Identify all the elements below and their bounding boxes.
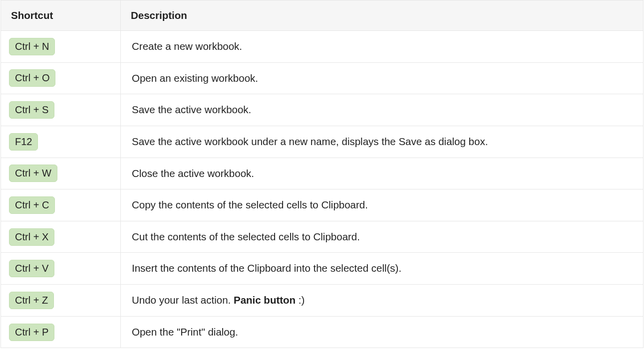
keyboard-shortcut: Ctrl + C: [9, 196, 55, 214]
cell-shortcut: Ctrl + C: [1, 189, 121, 221]
header-description: Description: [121, 0, 644, 31]
table-row: Ctrl + NCreate a new workbook.: [1, 31, 644, 63]
description-text: Save the active workbook under a new nam…: [132, 136, 488, 147]
cell-description: Open the "Print" dialog.: [121, 316, 644, 348]
keyboard-shortcut: Ctrl + O: [9, 69, 55, 87]
description-text: Open the "Print" dialog.: [132, 326, 238, 338]
description-text: Save the active workbook.: [132, 104, 251, 115]
table-row: F12Save the active workbook under a new …: [1, 126, 644, 158]
cell-description: Save the active workbook under a new nam…: [121, 126, 644, 158]
keyboard-shortcut: F12: [9, 133, 38, 151]
table-row: Ctrl + POpen the "Print" dialog.: [1, 316, 644, 348]
cell-description: Cut the contents of the selected cells t…: [121, 221, 644, 253]
table-row: Ctrl + WClose the active workbook.: [1, 158, 644, 189]
cell-shortcut: Ctrl + P: [1, 316, 121, 348]
keyboard-shortcut: Ctrl + Z: [9, 292, 54, 309]
header-shortcut: Shortcut: [1, 0, 121, 31]
cell-shortcut: Ctrl + V: [1, 253, 121, 285]
table-row: Ctrl + CCopy the contents of the selecte…: [1, 189, 644, 221]
cell-shortcut: Ctrl + O: [1, 62, 121, 94]
description-text: Close the active workbook.: [132, 168, 254, 179]
cell-description: Create a new workbook.: [121, 31, 644, 63]
description-text: Cut the contents of the selected cells t…: [132, 231, 360, 242]
cell-description: Open an existing workbook.: [121, 62, 644, 94]
keyboard-shortcut: Ctrl + V: [9, 260, 54, 277]
keyboard-shortcut: Ctrl + X: [9, 228, 54, 246]
cell-description: Undo your last action. Panic button :): [121, 285, 644, 317]
cell-description: Close the active workbook.: [121, 158, 644, 189]
cell-shortcut: Ctrl + N: [1, 31, 121, 63]
description-text: Copy the contents of the selected cells …: [132, 199, 368, 210]
cell-description: Insert the contents of the Clipboard int…: [121, 253, 644, 285]
description-text: Undo your last action.: [132, 294, 234, 306]
cell-description: Copy the contents of the selected cells …: [121, 189, 644, 221]
table-row: Ctrl + ZUndo your last action. Panic but…: [1, 285, 644, 317]
description-text-post: :): [296, 294, 305, 306]
keyboard-shortcut: Ctrl + P: [9, 324, 54, 341]
cell-shortcut: Ctrl + Z: [1, 285, 121, 317]
cell-description: Save the active workbook.: [121, 94, 644, 126]
keyboard-shortcut: Ctrl + N: [9, 38, 55, 55]
table-row: Ctrl + VInsert the contents of the Clipb…: [1, 253, 644, 285]
table-row: Ctrl + OOpen an existing workbook.: [1, 62, 644, 94]
keyboard-shortcut: Ctrl + W: [9, 165, 57, 182]
cell-shortcut: Ctrl + X: [1, 221, 121, 253]
table-header-row: Shortcut Description: [1, 0, 644, 31]
description-text: Create a new workbook.: [132, 40, 242, 52]
description-text: Insert the contents of the Clipboard int…: [132, 262, 401, 274]
table-row: Ctrl + SSave the active workbook.: [1, 94, 644, 126]
cell-shortcut: F12: [1, 126, 121, 158]
description-text: Open an existing workbook.: [132, 72, 258, 84]
cell-shortcut: Ctrl + W: [1, 158, 121, 189]
cell-shortcut: Ctrl + S: [1, 94, 121, 126]
description-bold: Panic button: [234, 294, 296, 306]
table-row: Ctrl + XCut the contents of the selected…: [1, 221, 644, 253]
keyboard-shortcut: Ctrl + S: [9, 101, 54, 119]
shortcuts-table: Shortcut Description Ctrl + NCreate a ne…: [0, 0, 644, 348]
